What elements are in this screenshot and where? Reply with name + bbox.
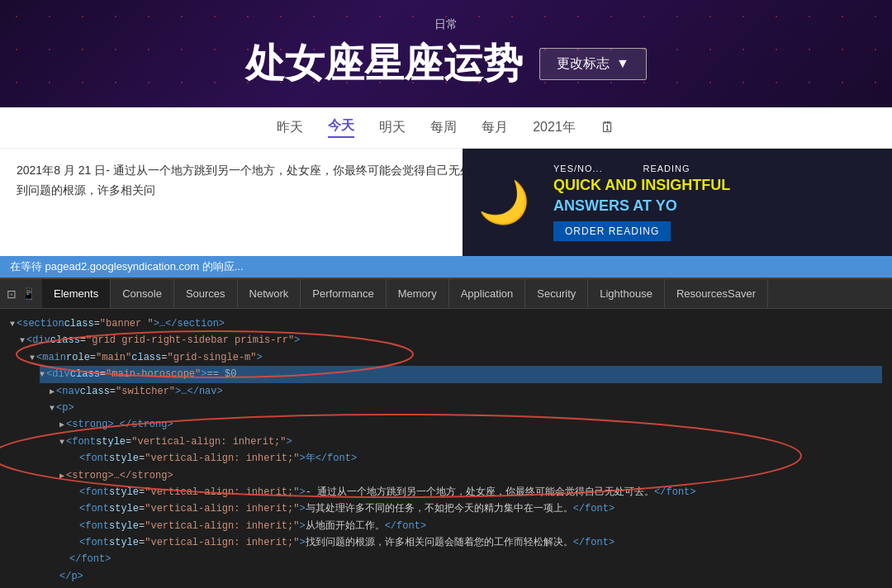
- expand-arrow[interactable]: [59, 469, 64, 483]
- expand-arrow[interactable]: [50, 401, 55, 415]
- dom-line-2: <div class="grid grid-right-sidebar prim…: [10, 332, 882, 349]
- tab-network[interactable]: Network: [238, 279, 301, 308]
- mobile-icon[interactable]: 📱: [21, 287, 36, 301]
- change-sign-button[interactable]: 更改标志 ▼: [539, 48, 647, 80]
- status-text: 在等待 pagead2.googlesyndication.com 的响应...: [10, 259, 244, 274]
- tab-memory[interactable]: Memory: [387, 279, 449, 308]
- ad-content: YES/NO... READING QUICK AND INSIGHTFUL A…: [553, 164, 875, 241]
- dom-line-3: <main role="main" class="grid-single-m">: [10, 349, 882, 366]
- tab-security[interactable]: Security: [525, 279, 588, 308]
- expand-arrow[interactable]: [40, 368, 45, 382]
- dom-line-1: <section class="banner ">…</section>: [10, 315, 882, 332]
- nav-monthly[interactable]: 每月: [482, 119, 508, 136]
- dom-line-font4: <font style="vertical-align: inherit;">从…: [10, 518, 882, 534]
- expand-arrow[interactable]: [20, 334, 25, 348]
- dom-tree: <section class="banner ">…</section> <di…: [0, 309, 892, 588]
- ad-order-button[interactable]: ORDER READING: [553, 221, 671, 241]
- banner-subtitle: 日常: [434, 17, 458, 32]
- tab-elements[interactable]: Elements: [42, 279, 111, 308]
- nav-today[interactable]: 今天: [328, 117, 354, 138]
- ad-subtitle: ANSWERS AT YO: [553, 197, 875, 215]
- nav-weekly[interactable]: 每周: [430, 119, 457, 136]
- expand-arrow[interactable]: [10, 317, 15, 331]
- nav-bar: 昨天 今天 明天 每周 每月 2021年 🗓: [0, 107, 892, 149]
- moon-icon: 🌙: [463, 149, 545, 256]
- nav-tomorrow[interactable]: 明天: [379, 119, 406, 136]
- ad-yes-no: YES/NO... READING: [553, 164, 875, 173]
- dom-line-nav: <nav class="switcher">…</nav>: [10, 383, 882, 400]
- nav-yesterday[interactable]: 昨天: [277, 119, 303, 136]
- dom-line-font-year: <font style="vertical-align: inherit;">年…: [10, 450, 882, 467]
- nav-year[interactable]: 2021年: [533, 119, 576, 136]
- dom-line-font5: <font style="vertical-align: inherit;">找…: [10, 534, 882, 551]
- devtools-tabs: ⊡ 📱 Elements Console Sources Network Per…: [0, 279, 892, 309]
- dom-line-close-p: </p>: [10, 568, 882, 585]
- tab-application[interactable]: Application: [449, 279, 526, 308]
- cursor-icon[interactable]: ⊡: [7, 287, 17, 301]
- tab-resources-saver[interactable]: ResourcesSaver: [665, 279, 768, 308]
- banner-title: 处女座星座运势 更改标志 ▼: [245, 37, 647, 90]
- dom-line-selected[interactable]: <div class="main-horoscope"> == $0: [40, 366, 882, 382]
- devtools-panel: ⊡ 📱 Elements Console Sources Network Per…: [0, 277, 892, 588]
- tab-console[interactable]: Console: [111, 279, 174, 308]
- dom-content: <section class="banner ">…</section> <di…: [0, 309, 892, 588]
- ad-title: QUICK AND INSIGHTFUL: [553, 177, 875, 194]
- ad-banner: 🌙 YES/NO... READING QUICK AND INSIGHTFUL…: [463, 149, 892, 256]
- dom-line-strong1: <strong>…</strong>: [10, 416, 882, 433]
- calendar-icon[interactable]: 🗓: [600, 119, 615, 136]
- expand-arrow[interactable]: [59, 418, 64, 432]
- dom-line-p: <p>: [10, 400, 882, 416]
- banner-section: 日常 处女座星座运势 更改标志 ▼: [0, 0, 892, 107]
- tab-performance[interactable]: Performance: [301, 279, 386, 308]
- dom-line-font2: <font style="vertical-align: inherit;">-…: [10, 484, 882, 500]
- expand-arrow[interactable]: [30, 351, 35, 365]
- content-area: 2021年8 月 21 日- 通过从一个地方跳到另一个地方，处女座，你最终可能会…: [0, 149, 892, 256]
- dom-line-close-font: </font>: [10, 551, 882, 567]
- status-bar: 在等待 pagead2.googlesyndication.com 的响应...: [0, 256, 892, 277]
- dom-line-font3: <font style="vertical-align: inherit;">与…: [10, 500, 882, 517]
- tab-sources[interactable]: Sources: [174, 279, 238, 308]
- expand-arrow[interactable]: [59, 435, 64, 449]
- tab-lighthouse[interactable]: Lighthouse: [588, 279, 665, 308]
- dom-line-font1: <font style="vertical-align: inherit;">: [10, 434, 882, 450]
- dom-line-strong2: <strong>…</strong>: [10, 467, 882, 484]
- devtools-icons: ⊡ 📱: [0, 287, 42, 301]
- expand-arrow[interactable]: [50, 385, 55, 399]
